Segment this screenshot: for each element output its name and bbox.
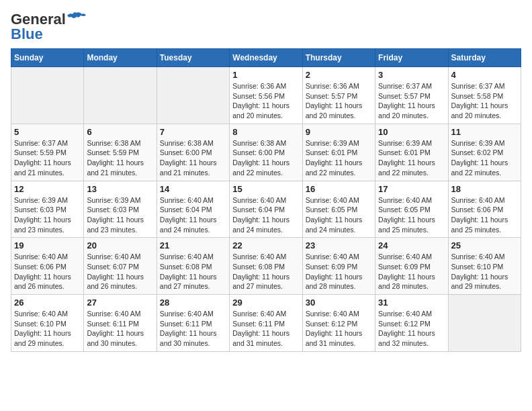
day-number: 28 [160, 298, 226, 308]
day-number: 13 [87, 184, 153, 194]
calendar-cell: 23Sunrise: 6:40 AMSunset: 6:09 PMDayligh… [302, 238, 375, 295]
calendar-week-row: 19Sunrise: 6:40 AMSunset: 6:06 PMDayligh… [11, 238, 521, 295]
calendar-cell: 26Sunrise: 6:40 AMSunset: 6:10 PMDayligh… [11, 295, 84, 352]
day-info: Sunrise: 6:39 AMSunset: 6:03 PMDaylight:… [14, 195, 81, 235]
day-info: Sunrise: 6:36 AMSunset: 5:56 PMDaylight:… [232, 81, 299, 121]
day-info: Sunrise: 6:40 AMSunset: 6:04 PMDaylight:… [160, 195, 226, 235]
day-info: Sunrise: 6:37 AMSunset: 5:57 PMDaylight:… [378, 81, 445, 121]
calendar-cell: 8Sunrise: 6:38 AMSunset: 6:00 PMDaylight… [230, 124, 302, 181]
day-number: 10 [378, 127, 445, 137]
calendar-cell: 3Sunrise: 6:37 AMSunset: 5:57 PMDaylight… [375, 67, 448, 124]
day-number: 14 [160, 184, 226, 194]
calendar-week-row: 1Sunrise: 6:36 AMSunset: 5:56 PMDaylight… [11, 67, 521, 124]
calendar-cell [84, 67, 157, 124]
calendar-cell: 13Sunrise: 6:39 AMSunset: 6:03 PMDayligh… [84, 181, 157, 238]
day-info: Sunrise: 6:40 AMSunset: 6:05 PMDaylight:… [378, 195, 445, 235]
day-info: Sunrise: 6:40 AMSunset: 6:09 PMDaylight:… [378, 252, 445, 291]
day-number: 6 [87, 127, 153, 137]
day-number: 7 [160, 127, 226, 137]
day-info: Sunrise: 6:36 AMSunset: 5:57 PMDaylight:… [306, 81, 372, 121]
calendar-cell [157, 67, 229, 124]
day-info: Sunrise: 6:40 AMSunset: 6:05 PMDaylight:… [306, 195, 372, 235]
day-number: 30 [306, 298, 372, 308]
day-info: Sunrise: 6:37 AMSunset: 5:59 PMDaylight:… [14, 138, 81, 178]
day-number: 12 [14, 184, 81, 194]
day-info: Sunrise: 6:40 AMSunset: 6:10 PMDaylight:… [14, 309, 81, 349]
calendar-cell: 12Sunrise: 6:39 AMSunset: 6:03 PMDayligh… [11, 181, 84, 238]
calendar-cell: 2Sunrise: 6:36 AMSunset: 5:57 PMDaylight… [302, 67, 375, 124]
calendar-week-row: 5Sunrise: 6:37 AMSunset: 5:59 PMDaylight… [11, 124, 521, 181]
calendar-cell: 18Sunrise: 6:40 AMSunset: 6:06 PMDayligh… [448, 181, 521, 238]
calendar-cell: 9Sunrise: 6:39 AMSunset: 6:01 PMDaylight… [302, 124, 375, 181]
calendar-cell: 25Sunrise: 6:40 AMSunset: 6:10 PMDayligh… [448, 238, 521, 295]
calendar-cell [11, 67, 84, 124]
day-number: 2 [306, 70, 372, 80]
day-number: 20 [87, 240, 153, 250]
day-number: 19 [14, 240, 81, 250]
day-number: 1 [232, 70, 299, 80]
day-info: Sunrise: 6:39 AMSunset: 6:01 PMDaylight:… [378, 138, 445, 178]
logo: General Blue [11, 11, 86, 43]
calendar-cell: 5Sunrise: 6:37 AMSunset: 5:59 PMDaylight… [11, 124, 84, 181]
calendar-cell: 22Sunrise: 6:40 AMSunset: 6:08 PMDayligh… [230, 238, 302, 295]
calendar-cell: 24Sunrise: 6:40 AMSunset: 6:09 PMDayligh… [375, 238, 448, 295]
day-number: 22 [232, 240, 299, 250]
day-info: Sunrise: 6:40 AMSunset: 6:11 PMDaylight:… [87, 309, 153, 349]
header-sunday: Sunday [11, 49, 84, 67]
calendar-cell: 19Sunrise: 6:40 AMSunset: 6:06 PMDayligh… [11, 238, 84, 295]
header-saturday: Saturday [448, 49, 521, 67]
day-info: Sunrise: 6:40 AMSunset: 6:08 PMDaylight:… [232, 252, 299, 291]
day-info: Sunrise: 6:38 AMSunset: 6:00 PMDaylight:… [160, 138, 226, 178]
day-info: Sunrise: 6:40 AMSunset: 6:12 PMDaylight:… [378, 309, 445, 349]
calendar-cell: 20Sunrise: 6:40 AMSunset: 6:07 PMDayligh… [84, 238, 157, 295]
header-monday: Monday [84, 49, 157, 67]
calendar-cell: 21Sunrise: 6:40 AMSunset: 6:08 PMDayligh… [157, 238, 229, 295]
day-number: 5 [14, 127, 81, 137]
calendar-table: SundayMondayTuesdayWednesdayThursdayFrid… [11, 48, 521, 352]
calendar-cell: 11Sunrise: 6:39 AMSunset: 6:02 PMDayligh… [448, 124, 521, 181]
calendar-cell: 1Sunrise: 6:36 AMSunset: 5:56 PMDaylight… [230, 67, 302, 124]
calendar-cell: 30Sunrise: 6:40 AMSunset: 6:12 PMDayligh… [302, 295, 375, 352]
calendar-cell: 4Sunrise: 6:37 AMSunset: 5:58 PMDaylight… [448, 67, 521, 124]
page-header: General Blue [11, 11, 521, 43]
logo-bird-icon [67, 11, 86, 25]
day-number: 21 [160, 240, 226, 250]
day-info: Sunrise: 6:40 AMSunset: 6:07 PMDaylight:… [87, 252, 153, 291]
day-number: 25 [451, 240, 518, 250]
calendar-header-row: SundayMondayTuesdayWednesdayThursdayFrid… [11, 49, 521, 67]
calendar-week-row: 12Sunrise: 6:39 AMSunset: 6:03 PMDayligh… [11, 181, 521, 238]
day-number: 31 [378, 298, 445, 308]
day-number: 18 [451, 184, 518, 194]
day-info: Sunrise: 6:40 AMSunset: 6:09 PMDaylight:… [306, 252, 372, 291]
calendar-cell: 7Sunrise: 6:38 AMSunset: 6:00 PMDaylight… [157, 124, 229, 181]
day-info: Sunrise: 6:40 AMSunset: 6:08 PMDaylight:… [160, 252, 226, 291]
day-number: 11 [451, 127, 518, 137]
calendar-cell: 16Sunrise: 6:40 AMSunset: 6:05 PMDayligh… [302, 181, 375, 238]
calendar-cell: 29Sunrise: 6:40 AMSunset: 6:11 PMDayligh… [230, 295, 302, 352]
day-number: 8 [232, 127, 299, 137]
calendar-cell [448, 295, 521, 352]
day-number: 15 [232, 184, 299, 194]
header-tuesday: Tuesday [157, 49, 229, 67]
day-number: 17 [378, 184, 445, 194]
calendar-cell: 14Sunrise: 6:40 AMSunset: 6:04 PMDayligh… [157, 181, 229, 238]
day-number: 4 [451, 70, 518, 80]
logo-text-blue: Blue [11, 26, 43, 43]
calendar-cell: 6Sunrise: 6:38 AMSunset: 5:59 PMDaylight… [84, 124, 157, 181]
day-info: Sunrise: 6:40 AMSunset: 6:11 PMDaylight:… [160, 309, 226, 349]
day-info: Sunrise: 6:38 AMSunset: 6:00 PMDaylight:… [232, 138, 299, 178]
day-info: Sunrise: 6:40 AMSunset: 6:12 PMDaylight:… [306, 309, 372, 349]
day-number: 24 [378, 240, 445, 250]
day-info: Sunrise: 6:40 AMSunset: 6:10 PMDaylight:… [451, 252, 518, 291]
day-number: 27 [87, 298, 153, 308]
day-number: 16 [306, 184, 372, 194]
calendar-week-row: 26Sunrise: 6:40 AMSunset: 6:10 PMDayligh… [11, 295, 521, 352]
day-info: Sunrise: 6:37 AMSunset: 5:58 PMDaylight:… [451, 81, 518, 121]
day-number: 29 [232, 298, 299, 308]
calendar-cell: 31Sunrise: 6:40 AMSunset: 6:12 PMDayligh… [375, 295, 448, 352]
calendar-cell: 10Sunrise: 6:39 AMSunset: 6:01 PMDayligh… [375, 124, 448, 181]
header-wednesday: Wednesday [230, 49, 302, 67]
day-info: Sunrise: 6:38 AMSunset: 5:59 PMDaylight:… [87, 138, 153, 178]
day-info: Sunrise: 6:40 AMSunset: 6:06 PMDaylight:… [14, 252, 81, 291]
day-info: Sunrise: 6:40 AMSunset: 6:11 PMDaylight:… [232, 309, 299, 349]
